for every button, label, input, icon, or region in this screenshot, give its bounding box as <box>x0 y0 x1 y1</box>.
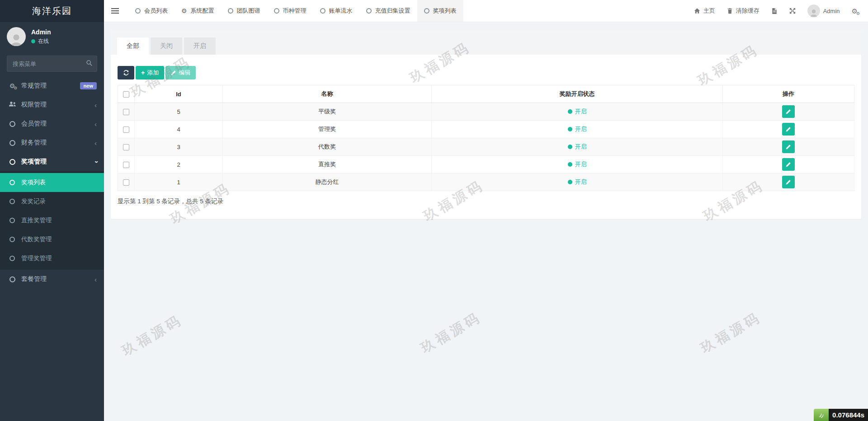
sidebar-item[interactable]: 套餐管理‹ <box>0 270 104 289</box>
top-tab-label: 会员列表 <box>144 7 168 15</box>
refresh-button[interactable] <box>118 66 134 80</box>
row-edit-button[interactable] <box>782 123 795 136</box>
menu-search-input[interactable] <box>7 56 97 72</box>
sidebar-subitem[interactable]: 管理奖管理 <box>0 249 104 268</box>
top-nav-tabs: 会员列表⚙系统配置团队图谱币种管理账单流水充值归集设置奖项列表 <box>128 0 463 22</box>
edit-button[interactable]: 编辑 <box>165 66 196 80</box>
row-edit-button[interactable] <box>782 158 795 171</box>
status-cell-wrap: 开启 <box>432 121 723 138</box>
sidebar-item[interactable]: 权限管理‹ <box>0 95 104 114</box>
chevron-down-icon: ‹ <box>92 161 99 163</box>
circle-icon <box>320 8 326 14</box>
top-tab[interactable]: 会员列表 <box>128 0 175 22</box>
action-cell <box>723 156 854 173</box>
top-tab[interactable]: 奖项列表 <box>417 0 463 22</box>
status-toggle[interactable]: 开启 <box>568 178 587 186</box>
clear-cache-button[interactable]: 清除缓存 <box>721 0 765 22</box>
settings-button[interactable]: ⚙⚙ <box>846 0 863 22</box>
panel-body: + 添加 编辑 Id名称奖励开启状态操作 5平级奖开启4管理奖开启3代数奖开启2 <box>111 55 861 219</box>
sidebar-item[interactable]: 会员管理‹ <box>0 114 104 133</box>
filter-tab[interactable]: 开启 <box>184 37 216 55</box>
table-row: 4管理奖开启 <box>118 121 854 138</box>
trace-bar: 0.076844s <box>814 409 868 421</box>
row-checkbox[interactable] <box>123 144 129 150</box>
table-row: 2直推奖开启 <box>118 156 854 173</box>
user-name: Admin <box>31 28 51 36</box>
user-avatar[interactable] <box>7 27 26 46</box>
users-icon <box>9 101 16 108</box>
top-tab[interactable]: 团队图谱 <box>221 0 267 22</box>
status-label: 开启 <box>575 108 587 116</box>
online-dot-icon <box>31 39 35 43</box>
status-dot-icon <box>568 109 572 114</box>
action-cell <box>723 173 854 191</box>
sidebar-subitem[interactable]: 代数奖管理 <box>0 230 104 249</box>
circle-icon <box>135 8 141 14</box>
status-toggle[interactable]: 开启 <box>568 125 587 133</box>
user-panel: Admin 在线 <box>0 22 104 52</box>
status-toggle[interactable]: 开启 <box>568 143 587 151</box>
select-all-checkbox[interactable] <box>123 91 129 98</box>
sidebar-item-icon: ⚙⚙ <box>8 83 16 89</box>
add-button[interactable]: + 添加 <box>136 66 164 80</box>
plus-icon: + <box>141 69 145 76</box>
sidebar-item[interactable]: 财务管理‹ <box>0 133 104 152</box>
id-cell: 3 <box>135 138 223 156</box>
top-tab[interactable]: 币种管理 <box>267 0 313 22</box>
sidebar-item[interactable]: ⚙⚙常规管理new <box>0 76 104 95</box>
filter-tab[interactable]: 关闭 <box>151 37 182 55</box>
row-checkbox[interactable] <box>123 179 129 186</box>
sidebar-item-label: 会员管理 <box>21 120 47 128</box>
chevron-left-icon: ‹ <box>94 102 97 108</box>
docs-button[interactable] <box>765 0 783 22</box>
app-root: 海洋乐园 Admin 在线 <box>0 0 868 421</box>
watermark-text: 玖福源码 <box>698 308 765 358</box>
checkbox-cell <box>118 173 135 191</box>
person-icon <box>9 33 24 46</box>
circle-icon <box>9 121 15 127</box>
watermark-text: 玖福源码 <box>418 308 485 358</box>
top-tab[interactable]: 充值归集设置 <box>359 0 417 22</box>
checkbox-cell <box>118 103 135 121</box>
row-edit-button[interactable] <box>782 140 795 153</box>
table-toolbar: + 添加 编辑 <box>118 66 854 80</box>
circle-icon <box>9 256 15 261</box>
row-edit-button[interactable] <box>782 176 795 188</box>
gears-icon: ⚙⚙ <box>9 83 15 89</box>
status-toggle[interactable]: 开启 <box>568 108 587 116</box>
sidebar-item[interactable]: 奖项管理‹ <box>0 152 104 171</box>
watermark-text: 玖福源码 <box>119 311 186 360</box>
row-checkbox[interactable] <box>123 109 129 115</box>
column-header: 名称 <box>223 85 432 103</box>
top-tab-label: 团队图谱 <box>237 7 260 15</box>
navbar-right: 主页 清除缓存 <box>688 0 868 22</box>
sidebar: 海洋乐园 Admin 在线 <box>0 0 104 421</box>
sidebar-item-icon <box>8 121 16 127</box>
user-menu[interactable]: Admin <box>802 0 846 22</box>
filter-tab[interactable]: 全部 <box>117 37 149 55</box>
row-checkbox[interactable] <box>123 126 129 133</box>
circle-icon <box>9 199 15 204</box>
circle-icon <box>228 8 233 14</box>
status-label: 开启 <box>575 125 587 133</box>
top-tab[interactable]: ⚙系统配置 <box>175 0 221 22</box>
sidebar-subitem[interactable]: 奖项列表 <box>0 173 104 192</box>
panel-heading: 全部关闭开启 <box>111 31 861 55</box>
row-edit-button[interactable] <box>782 105 795 118</box>
search-icon[interactable] <box>86 60 93 68</box>
status-toggle[interactable]: 开启 <box>568 160 587 168</box>
sidebar-subitem[interactable]: 发奖记录 <box>0 192 104 211</box>
top-tab-label: 奖项列表 <box>433 7 457 15</box>
sidebar-subitem[interactable]: 直推奖管理 <box>0 211 104 230</box>
hamburger-icon[interactable] <box>104 0 126 22</box>
sidebar-item-icon <box>8 140 16 146</box>
id-cell: 5 <box>135 103 223 121</box>
circle-icon <box>274 8 279 14</box>
main-area: 会员列表⚙系统配置团队图谱币种管理账单流水充值归集设置奖项列表 主页 清除缓存 <box>104 0 868 421</box>
thinkphp-logo-icon[interactable] <box>814 409 829 421</box>
row-checkbox[interactable] <box>123 162 129 168</box>
home-button[interactable]: 主页 <box>688 0 721 22</box>
fullscreen-button[interactable] <box>783 0 802 22</box>
top-tab[interactable]: 账单流水 <box>313 0 359 22</box>
status-dot-icon <box>568 145 572 149</box>
